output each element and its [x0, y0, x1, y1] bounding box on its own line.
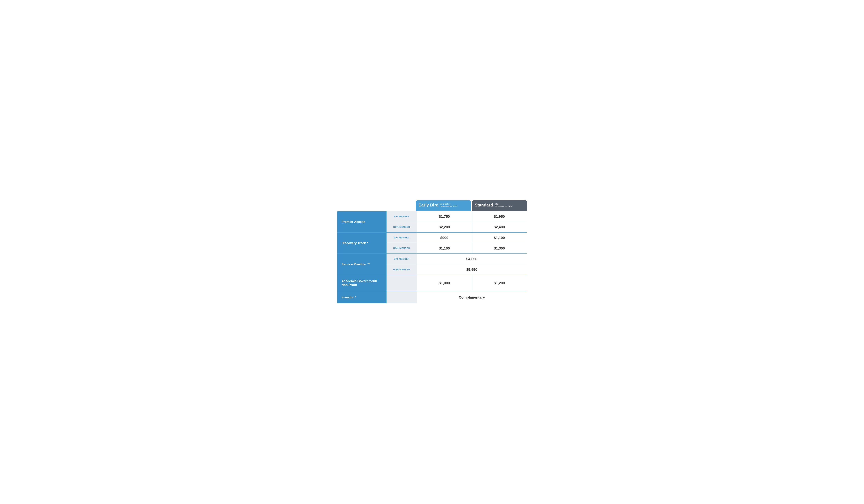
pricing-table: Premier Access BIO MEMBER $1,750 $1,950 …	[337, 211, 527, 304]
academic-label: Academic/Government/Non-Profit	[341, 279, 377, 287]
category-academic: Academic/Government/Non-Profit	[337, 275, 386, 291]
pricing-page: Early Bird on or before September 14, 20…	[337, 200, 527, 304]
member-type-nonmember: NON-MEMBER	[386, 222, 417, 232]
member-type-nonmember: NON-MEMBER	[386, 264, 417, 275]
category-investor: Investor *	[337, 291, 386, 303]
price-discovery-bio-early: $900	[417, 232, 472, 243]
header-spacer	[336, 200, 416, 211]
empty-member-cell	[386, 291, 417, 303]
price-discovery-bio-standard: $1,100	[472, 232, 527, 243]
price-academic-standard: $1,200	[472, 275, 527, 291]
member-type-nonmember: NON-MEMBER	[386, 243, 417, 254]
price-premier-bio-standard: $1,950	[472, 211, 527, 222]
standard-label: Standard	[475, 203, 493, 207]
price-premier-bio-early: $1,750	[417, 211, 472, 222]
standard-header: Standard after September 14, 2023	[472, 200, 527, 211]
table-row: Investor * Complimentary	[337, 291, 527, 303]
early-bird-label: Early Bird	[419, 203, 439, 207]
member-type-bio: BIO MEMBER	[386, 232, 417, 243]
early-bird-dates: on or before September 14, 2023	[440, 203, 457, 207]
table-row: Discovery Track * BIO MEMBER $900 $1,100	[337, 232, 527, 243]
empty-member-cell	[386, 275, 417, 291]
category-service-provider: Service Provider **	[337, 254, 386, 275]
category-premier-access: Premier Access	[337, 211, 386, 232]
table-row: Premier Access BIO MEMBER $1,750 $1,950	[337, 211, 527, 222]
price-academic-early: $1,000	[417, 275, 472, 291]
member-type-bio: BIO MEMBER	[386, 254, 417, 264]
early-bird-header: Early Bird on or before September 14, 20…	[416, 200, 471, 211]
price-investor-complimentary: Complimentary	[417, 291, 527, 303]
price-premier-nonmember-standard: $2,400	[472, 222, 527, 232]
member-type-bio: BIO MEMBER	[386, 211, 417, 222]
price-service-bio-merged: $4,350	[417, 254, 527, 264]
standard-dates: after September 14, 2023	[495, 203, 512, 207]
price-discovery-nonmember-early: $1,100	[417, 243, 472, 254]
price-discovery-nonmember-standard: $1,300	[472, 243, 527, 254]
table-header: Early Bird on or before September 14, 20…	[337, 200, 527, 211]
category-discovery-track: Discovery Track *	[337, 232, 386, 254]
table-row: Service Provider ** BIO MEMBER $4,350	[337, 254, 527, 264]
table-row: Academic/Government/Non-Profit $1,000 $1…	[337, 275, 527, 291]
price-service-nonmember-merged: $5,950	[417, 264, 527, 275]
price-premier-nonmember-early: $2,200	[417, 222, 472, 232]
